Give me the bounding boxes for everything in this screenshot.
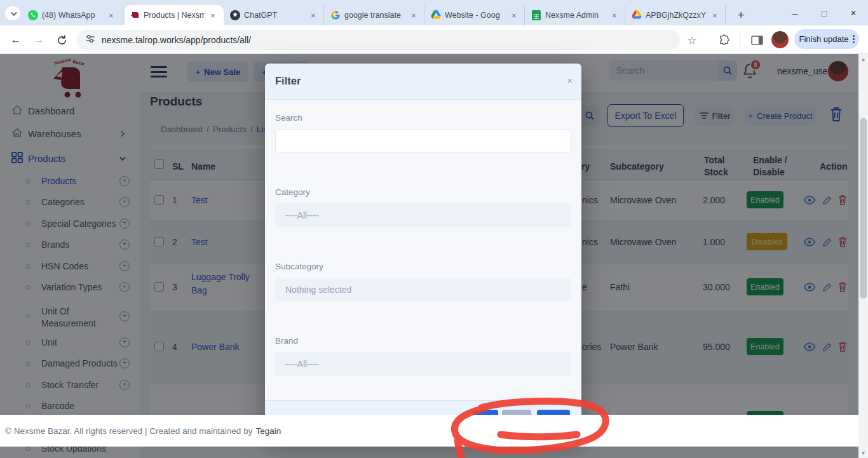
tab-title: Nexsme Admin xyxy=(545,11,606,20)
reload-button[interactable] xyxy=(53,32,70,48)
new-tab-button[interactable]: + xyxy=(732,6,750,24)
window-close-button[interactable]: × xyxy=(841,5,866,22)
nexsme-favicon xyxy=(130,10,140,20)
chevron-down-icon xyxy=(10,10,17,16)
bookmark-star-icon[interactable]: ☆ xyxy=(684,32,700,48)
tab-close-icon[interactable]: × xyxy=(409,11,418,20)
address-bar[interactable]: nexsme.talrop.works/app/products/all/ xyxy=(76,30,680,50)
kebab-menu-icon[interactable] xyxy=(853,38,855,40)
browser-tab-nexsme-admin[interactable]: Nexsme Admin × xyxy=(526,5,625,25)
browser-tab-products-active[interactable]: Products | Nexsm × xyxy=(125,5,224,25)
finish-update-button[interactable]: Finish update xyxy=(794,29,859,49)
side-panel-icon[interactable] xyxy=(749,32,765,48)
tab-title: google translate xyxy=(344,11,405,20)
browser-tab-chatgpt[interactable]: ChatGPT × xyxy=(225,5,324,25)
tab-title: APBGjhZkQzzxY xyxy=(646,11,707,20)
screen: (48) WhatsApp × Products | Nexsm × ChatG… xyxy=(0,0,868,458)
filter-search-label: Search xyxy=(275,113,302,123)
modal-title: Filter xyxy=(275,75,301,87)
tab-title: ChatGPT xyxy=(244,11,305,20)
filter-subcategory-label: Subcategory xyxy=(275,262,323,271)
filter-brand-label: Brand xyxy=(275,336,298,346)
page-footer: © Nexsme Bazar. All rights reserved | Cr… xyxy=(0,415,858,447)
filter-brand-select[interactable]: ----All---- xyxy=(275,352,571,375)
browser-tab-apb[interactable]: APBGjhZkQzzxY × xyxy=(627,5,726,25)
scrollbar[interactable]: ▲ ▼ xyxy=(858,54,868,458)
tab-close-icon[interactable]: × xyxy=(610,11,619,20)
filter-category-label: Category xyxy=(275,187,310,197)
tab-close-icon[interactable]: × xyxy=(710,11,719,20)
whatsapp-icon xyxy=(28,10,38,20)
url-text: nexsme.talrop.works/app/products/all/ xyxy=(102,35,251,45)
browser-tab-strip: (48) WhatsApp × Products | Nexsm × ChatG… xyxy=(0,0,868,25)
forward-button[interactable]: → xyxy=(31,32,47,48)
browser-profile-avatar[interactable] xyxy=(771,31,789,48)
sheets-icon xyxy=(531,10,541,20)
footer-brand-link[interactable]: Tegain xyxy=(255,426,281,436)
scrollbar-thumb[interactable] xyxy=(860,118,867,299)
browser-tab-website[interactable]: Website - Goog × xyxy=(426,5,525,25)
filter-modal: Filter × Search Category ----All---- Sub… xyxy=(265,64,581,438)
browser-tab-translate[interactable]: google translate × xyxy=(325,5,424,25)
scroll-up-icon[interactable]: ▲ xyxy=(858,54,868,64)
filter-search-input[interactable] xyxy=(275,129,571,153)
tab-close-icon[interactable]: × xyxy=(107,11,116,20)
tab-title: Products | Nexsm xyxy=(144,11,205,20)
finish-update-label: Finish update xyxy=(799,34,848,44)
google-drive-icon xyxy=(632,10,642,20)
modal-header xyxy=(265,64,581,100)
filter-subcategory-select[interactable]: Nothing selected xyxy=(275,278,571,301)
tab-title: (48) WhatsApp xyxy=(42,11,103,20)
footer-text: © Nexsme Bazar. All rights reserved | Cr… xyxy=(5,426,252,436)
extensions-icon[interactable] xyxy=(715,32,732,48)
back-button[interactable]: ← xyxy=(8,32,24,48)
google-drive-icon xyxy=(431,10,441,20)
chatgpt-icon xyxy=(230,10,240,20)
tab-title: Website - Goog xyxy=(445,11,506,20)
tab-close-icon[interactable]: × xyxy=(510,11,519,20)
scroll-down-icon[interactable]: ▼ xyxy=(858,448,868,458)
filter-category-select[interactable]: ----All---- xyxy=(275,203,571,227)
site-info-icon[interactable] xyxy=(85,34,95,46)
google-icon xyxy=(330,10,341,20)
close-icon[interactable]: × xyxy=(567,75,573,86)
tab-close-icon[interactable]: × xyxy=(309,11,318,20)
browser-tab-whatsapp[interactable]: (48) WhatsApp × xyxy=(23,5,123,25)
tab-search-button[interactable] xyxy=(5,6,20,20)
toolbar-divider xyxy=(740,33,740,47)
window-minimize-button[interactable]: – xyxy=(782,5,808,22)
window-maximize-button[interactable]: □ xyxy=(811,5,837,22)
tab-close-icon[interactable]: × xyxy=(208,11,217,20)
